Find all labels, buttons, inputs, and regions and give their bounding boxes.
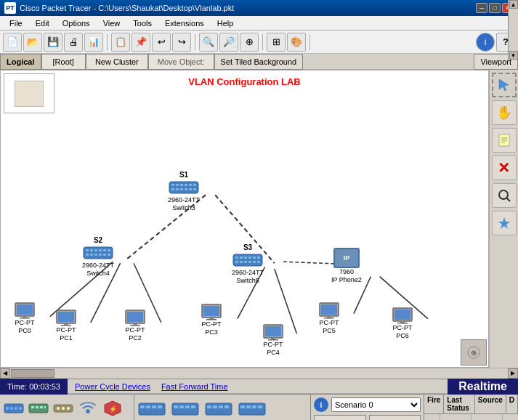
menu-file[interactable]: File bbox=[4, 17, 28, 29]
vscroll-down[interactable]: ▼ bbox=[509, 51, 518, 60]
menu-edit[interactable]: Edit bbox=[30, 17, 55, 29]
svg-rect-128 bbox=[224, 405, 229, 408]
horizontal-scrollbar[interactable]: ◀ ▶ bbox=[0, 368, 518, 378]
menu-options[interactable]: Options bbox=[57, 17, 96, 29]
menu-help[interactable]: Help bbox=[211, 17, 240, 29]
copy-button[interactable]: 📋 bbox=[111, 33, 130, 52]
new-file-button[interactable]: 📄 bbox=[3, 33, 22, 52]
s2-icon bbox=[82, 244, 114, 262]
zoom-tool[interactable] bbox=[492, 183, 517, 208]
menu-tools[interactable]: Tools bbox=[127, 17, 158, 29]
pc3-label: PC-PTPC3 bbox=[202, 320, 222, 336]
pc0[interactable]: PC-PTPC0 bbox=[14, 302, 36, 335]
fast-forward-button[interactable]: Fast Forward Time bbox=[158, 382, 232, 391]
power-cycle-button[interactable]: Power Cycle Devices bbox=[68, 382, 158, 391]
svg-rect-29 bbox=[108, 249, 110, 251]
print-button[interactable]: 🖨 bbox=[64, 33, 83, 52]
save-button[interactable]: 💾 bbox=[44, 33, 62, 52]
nav-new-cluster[interactable]: New Cluster bbox=[86, 54, 148, 70]
network-canvas[interactable]: VLAN Configuration LAB S1 bbox=[0, 70, 489, 368]
svg-rect-114 bbox=[139, 403, 165, 415]
scroll-thumb[interactable] bbox=[11, 369, 54, 378]
svg-rect-11 bbox=[171, 184, 174, 186]
routers-category[interactable] bbox=[3, 397, 25, 419]
scenario-info-button[interactable]: i bbox=[314, 397, 328, 412]
grid-button[interactable]: ⊞ bbox=[267, 33, 286, 52]
svg-rect-28 bbox=[103, 249, 106, 251]
svg-rect-34 bbox=[103, 254, 106, 256]
s3-icon bbox=[232, 251, 264, 269]
hub-category[interactable] bbox=[52, 397, 74, 419]
event-header: Fire Last Status Source D bbox=[424, 395, 518, 414]
fire-header: Fire bbox=[424, 395, 444, 413]
router-1841[interactable]: 1841 bbox=[137, 399, 166, 420]
nav-logical[interactable]: Logical bbox=[0, 54, 41, 70]
event-vscroll[interactable]: ▲ ▼ bbox=[508, 0, 518, 60]
pc4-label: PC-PTPC4 bbox=[264, 341, 283, 357]
redo-button[interactable]: ↪ bbox=[172, 33, 191, 52]
custom-icon bbox=[497, 216, 511, 230]
nav-root[interactable]: [Root] bbox=[41, 54, 86, 70]
router-2621xm-svg bbox=[204, 399, 233, 419]
svg-marker-79 bbox=[499, 79, 509, 91]
select-tool[interactable] bbox=[492, 73, 517, 97]
scenario-select[interactable]: Scenario 0 bbox=[331, 397, 421, 412]
scroll-right-button[interactable]: ▶ bbox=[508, 368, 518, 379]
switch-s2[interactable]: S2 2960-24TTSwitch4 bbox=[82, 236, 114, 278]
svg-rect-48 bbox=[257, 261, 260, 263]
palette-button[interactable]: 🎨 bbox=[287, 33, 306, 52]
note-icon bbox=[497, 133, 511, 148]
phone-ip-label: IP bbox=[344, 254, 350, 262]
note-tool[interactable] bbox=[492, 128, 517, 153]
menu-view[interactable]: View bbox=[97, 17, 126, 29]
svg-point-100 bbox=[67, 407, 70, 410]
svg-rect-54 bbox=[58, 312, 74, 322]
delete-scenario-button[interactable]: Delete bbox=[369, 415, 421, 420]
undo-button[interactable]: ↩ bbox=[152, 33, 171, 52]
router-2620xm[interactable]: 2620XM bbox=[171, 399, 200, 420]
activity-button[interactable]: 📊 bbox=[84, 33, 103, 52]
pc5[interactable]: PC-PTPC5 bbox=[318, 302, 340, 335]
svg-rect-119 bbox=[172, 403, 198, 415]
scroll-left-button[interactable]: ◀ bbox=[0, 368, 10, 379]
vscroll-up[interactable]: ▲ bbox=[509, 0, 518, 9]
switch-s3[interactable]: S3 2960-24TTSwitch5 bbox=[232, 243, 264, 285]
zoom-in-button[interactable]: 🔍 bbox=[199, 33, 218, 52]
wireless-category[interactable] bbox=[77, 397, 99, 419]
menu-extensions[interactable]: Extensions bbox=[159, 17, 210, 29]
svg-point-88 bbox=[6, 407, 9, 410]
title-bar: PT Cisco Packet Tracer - C:\Users\Shauka… bbox=[0, 0, 518, 16]
custom-tool[interactable] bbox=[492, 211, 517, 235]
routers-category-icon bbox=[3, 400, 25, 417]
scroll-track[interactable] bbox=[10, 368, 508, 379]
delete-tool[interactable]: ✕ bbox=[492, 156, 517, 180]
open-button[interactable]: 📂 bbox=[23, 33, 42, 52]
svg-rect-93 bbox=[31, 406, 34, 408]
corner-expand-button[interactable]: ⊕ bbox=[461, 339, 487, 366]
info-button[interactable]: i bbox=[476, 33, 495, 52]
minimize-button[interactable]: ─ bbox=[476, 3, 487, 13]
ip-phone2[interactable]: IP 7960IP Phone2 bbox=[331, 248, 362, 284]
paste-button[interactable]: 📌 bbox=[131, 33, 150, 52]
zoom-fit-button[interactable]: ⊕ bbox=[240, 33, 259, 52]
zoom-out-button[interactable]: 🔎 bbox=[219, 33, 238, 52]
svg-rect-21 bbox=[189, 188, 192, 190]
pc4[interactable]: PC-PTPC4 bbox=[262, 323, 284, 357]
pc2[interactable]: PC-PTPC2 bbox=[124, 309, 146, 342]
svg-text:⚡: ⚡ bbox=[109, 405, 118, 413]
security-category[interactable]: ⚡ bbox=[102, 397, 124, 419]
time-display: Time: 00:03:53 bbox=[0, 379, 68, 395]
maximize-button[interactable]: □ bbox=[489, 3, 501, 13]
nav-set-tiled[interactable]: Set Tiled Background bbox=[214, 54, 304, 70]
router-2811[interactable]: 2811 bbox=[238, 399, 267, 420]
nav-move-object[interactable]: Move Object: bbox=[148, 54, 214, 70]
hand-tool[interactable]: ✋ bbox=[492, 100, 517, 125]
switches-category[interactable] bbox=[28, 397, 49, 419]
hand-icon: ✋ bbox=[496, 105, 512, 121]
new-scenario-button[interactable]: New bbox=[314, 415, 366, 420]
pc6[interactable]: PC-PTPC6 bbox=[392, 307, 413, 340]
switch-s1[interactable]: S1 2960-24TTSwitch3 bbox=[168, 171, 200, 212]
pc3[interactable]: PC-PTPC3 bbox=[201, 303, 222, 336]
pc1[interactable]: PC-PTPC1 bbox=[55, 309, 77, 342]
router-2621xm[interactable]: 2621XM bbox=[204, 399, 233, 420]
